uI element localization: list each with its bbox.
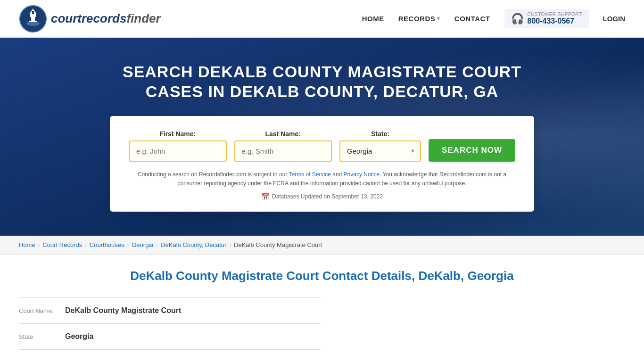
logo-icon [19, 5, 47, 33]
search-button[interactable]: SEARCH NOW [429, 139, 515, 162]
nav-login[interactable]: LOGIN [603, 15, 626, 23]
nav-home[interactable]: HOME [362, 15, 384, 23]
hero-title: SEARCH DEKALB COUNTY MAGISTRATE COURT CA… [110, 62, 534, 102]
court-name-label: Court Name: [19, 307, 61, 314]
nav-contact[interactable]: CONTACT [454, 15, 490, 23]
privacy-notice-link[interactable]: Privacy Notice [344, 171, 380, 178]
first-name-label: First Name: [129, 130, 227, 138]
breadcrumb-sep-4: › [156, 242, 158, 248]
breadcrumb-sep-1: › [38, 242, 40, 248]
breadcrumb-current: DeKalb County Magistrate Court [234, 241, 322, 248]
breadcrumb-sep-5: › [229, 242, 231, 248]
support-label: CUSTOMER SUPPORT [528, 12, 582, 17]
state-label: State: [339, 130, 421, 138]
page-heading: DeKalb County Magistrate Court Contact D… [19, 269, 625, 283]
breadcrumb-georgia[interactable]: Georgia [132, 241, 153, 248]
db-updated: 📅 Databases Updated on September 13, 202… [129, 193, 515, 200]
last-name-label: Last Name: [234, 130, 332, 138]
terms-of-service-link[interactable]: Terms of Service [289, 171, 331, 178]
details-table: Court Name: DeKalb County Magistrate Cou… [19, 297, 321, 350]
hero-section: SEARCH DEKALB COUNTY MAGISTRATE COURT CA… [0, 38, 644, 236]
headset-icon: 🎧 [511, 13, 524, 25]
state-select-wrapper: Georgia Alabama Alaska California Florid… [339, 140, 421, 162]
breadcrumb-dekalb-decatur[interactable]: DeKalb County, Decatur [161, 241, 226, 248]
site-header: courtrecordsfinder HOME RECORDS ▾ CONTAC… [0, 0, 644, 38]
last-name-group: Last Name: [234, 130, 332, 162]
breadcrumb-home[interactable]: Home [19, 241, 35, 248]
state-detail-label: State: [19, 333, 61, 340]
svg-rect-3 [29, 21, 37, 22]
logo[interactable]: courtrecordsfinder [19, 5, 161, 33]
search-card: First Name: Last Name: State: Georgia Al… [110, 116, 534, 212]
last-name-input[interactable] [234, 140, 332, 162]
search-fields: First Name: Last Name: State: Georgia Al… [129, 130, 515, 162]
support-block: 🎧 CUSTOMER SUPPORT 800-433-0567 [504, 9, 589, 28]
court-name-value: DeKalb County Magistrate Court [65, 306, 181, 315]
svg-rect-7 [35, 17, 37, 21]
breadcrumb-court-records[interactable]: Court Records [42, 241, 82, 248]
chevron-down-icon: ▾ [437, 16, 440, 22]
state-select[interactable]: Georgia Alabama Alaska California Florid… [339, 140, 421, 162]
logo-text: courtrecordsfinder [51, 11, 161, 26]
calendar-icon: 📅 [261, 193, 269, 200]
breadcrumb-courthouses[interactable]: Courthouses [90, 241, 124, 248]
main-nav: HOME RECORDS ▾ CONTACT 🎧 CUSTOMER SUPPOR… [362, 9, 625, 28]
support-phone[interactable]: 800-433-0567 [528, 17, 582, 25]
detail-row-court-name: Court Name: DeKalb County Magistrate Cou… [19, 298, 321, 324]
svg-rect-5 [32, 11, 34, 14]
support-info: CUSTOMER SUPPORT 800-433-0567 [528, 12, 582, 25]
breadcrumb: Home › Court Records › Courthouses › Geo… [0, 236, 644, 255]
state-detail-value: Georgia [65, 332, 93, 341]
first-name-input[interactable] [129, 140, 227, 162]
first-name-group: First Name: [129, 130, 227, 162]
hero-content: SEARCH DEKALB COUNTY MAGISTRATE COURT CA… [110, 62, 534, 212]
nav-records[interactable]: RECORDS ▾ [398, 15, 440, 23]
disclaimer-text: Conducting a search on Recordsfinder.com… [129, 170, 515, 188]
main-content: DeKalb County Magistrate Court Contact D… [0, 255, 644, 362]
detail-row-state: State: Georgia [19, 324, 321, 350]
breadcrumb-sep-3: › [127, 242, 129, 248]
state-group: State: Georgia Alabama Alaska California… [339, 130, 421, 162]
breadcrumb-sep-2: › [85, 242, 87, 248]
svg-rect-6 [29, 17, 31, 21]
